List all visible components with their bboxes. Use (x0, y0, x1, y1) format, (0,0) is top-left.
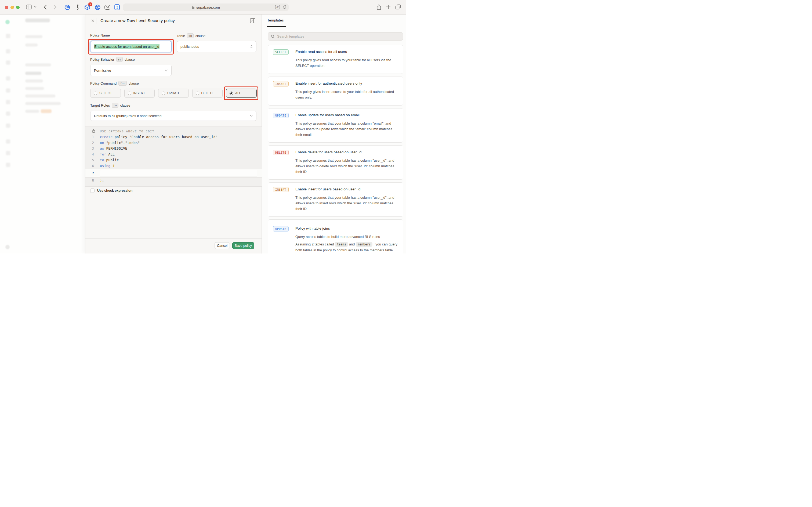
template-title: Enable insert for authenticated users on… (295, 81, 362, 86)
sidebar-toggle-icon[interactable] (26, 5, 32, 9)
tab-templates[interactable]: Templates (267, 18, 284, 22)
close-icon[interactable] (90, 17, 96, 24)
template-description: This policy assumes that your table has … (295, 195, 398, 212)
close-window-button[interactable] (5, 6, 8, 9)
line-number: 3 (85, 146, 94, 150)
editor-lines: 1create policy "Enable access for users … (85, 134, 262, 183)
radio-option-delete[interactable]: DELETE (192, 89, 223, 98)
dimmed-nav-icon (6, 111, 10, 116)
template-description: This policy gives read access to your ta… (295, 57, 398, 68)
address-bar[interactable]: supabase.com A⁄ (123, 3, 289, 11)
template-title: Enable update for users based on email (295, 113, 359, 117)
socket-extension-icon[interactable] (105, 4, 110, 10)
zoom-window-button[interactable] (16, 6, 19, 9)
dimmed-app-background (0, 14, 85, 253)
use-check-expression-checkbox[interactable] (90, 188, 95, 193)
back-button[interactable] (44, 5, 47, 10)
code-line-7[interactable]: 7 (85, 169, 262, 177)
template-card-4[interactable]: DELETEEnable delete for users based on u… (268, 145, 403, 180)
keyhole-extension-icon[interactable] (95, 4, 101, 10)
dimmed-nav-item (25, 72, 41, 75)
cube-extension-icon[interactable]: ♥ (84, 4, 90, 10)
template-card-5[interactable]: INSERTEnable insert for users based on u… (268, 182, 403, 217)
active-line-input[interactable] (100, 170, 257, 176)
lock-icon (192, 5, 195, 9)
dimmed-logo (5, 245, 10, 249)
policy-name-input[interactable]: Enable access for users based on user_id (90, 41, 172, 52)
chevron-down-icon[interactable] (34, 6, 37, 8)
code-text: create policy "Enable access for users b… (100, 135, 218, 139)
radio-label: ALL (235, 91, 241, 95)
radio-option-select[interactable]: SELECT (90, 89, 121, 98)
url-text: supabase.com (196, 5, 220, 9)
radio-option-update[interactable]: UPDATE (158, 89, 189, 98)
dimmed-nav-item (25, 18, 50, 22)
search-icon (271, 35, 275, 39)
target-roles-select[interactable]: Defaults to all (public) roles if none s… (90, 111, 256, 121)
dimmed-nav-icon (6, 60, 10, 65)
figure-extension-icon[interactable] (75, 4, 80, 10)
template-card-1[interactable]: SELECTEnable read access for all usersTh… (268, 45, 403, 74)
translate-icon[interactable]: A⁄ (275, 5, 280, 9)
browser-toolbar: ♥ I supabase.com A⁄ (0, 0, 406, 14)
dimmed-nav-icon (6, 88, 10, 93)
template-card-6[interactable]: UPDATEPolicy with table joinsQuery acros… (268, 219, 403, 253)
share-icon[interactable] (376, 4, 381, 10)
check-expression-row: Use check expression (90, 188, 132, 193)
active-tab-underline (267, 26, 286, 27)
dimmed-nav-icon (6, 76, 10, 80)
line-number: 7 (85, 171, 94, 175)
dimmed-nav-item (25, 44, 38, 47)
command-badge: DELETE (273, 150, 289, 155)
search-templates-input[interactable]: Search templates (268, 32, 403, 41)
command-badge: UPDATE (273, 226, 289, 231)
tab-overview-icon[interactable] (395, 4, 401, 10)
cancel-button[interactable]: Cancel (215, 242, 230, 249)
line-number: 1 (85, 135, 94, 139)
radio-label: INSERT (133, 91, 145, 95)
dimmed-nav-item (25, 63, 51, 66)
code-line-3: 3as PERMISSIVE (85, 146, 262, 152)
expand-panel-icon[interactable] (250, 18, 255, 23)
policy-behavior-label: Policy Behavior as clause (90, 57, 135, 62)
template-card-2[interactable]: INSERTEnable insert for authenticated us… (268, 76, 403, 106)
timer-extension-icon[interactable] (64, 4, 70, 10)
radio-label: DELETE (201, 91, 214, 95)
dimmed-nav-item (41, 109, 52, 113)
dimmed-nav-icon (6, 151, 10, 155)
code-line-6: 6using ( (85, 163, 262, 169)
radio-label: UPDATE (167, 91, 180, 95)
reload-icon[interactable] (283, 5, 287, 9)
new-tab-icon[interactable] (386, 5, 391, 9)
dimmed-nav-item (25, 79, 43, 82)
template-description: This policy assumes that your table has … (295, 158, 398, 175)
sql-editor[interactable]: USE OPTIONS ABOVE TO EDIT 1create policy… (85, 126, 262, 187)
code-line-2: 2on "public"."todos" (85, 140, 262, 146)
templates-panel: Templates Search templates SELECTEnable … (262, 14, 406, 253)
svg-text:A⁄: A⁄ (276, 6, 279, 9)
command-badge: UPDATE (273, 113, 289, 118)
template-card-3[interactable]: UPDATEEnable update for users based on e… (268, 108, 403, 143)
screen: ♥ I supabase.com A⁄ (0, 0, 406, 253)
minimize-window-button[interactable] (10, 6, 14, 9)
selected-input-text: Enable access for users based on user_id (94, 44, 160, 49)
table-select[interactable]: public.todos (177, 41, 256, 52)
behavior-select[interactable]: Permissive (90, 65, 172, 76)
line-number: 2 (85, 141, 94, 145)
line-number: 6 (85, 164, 94, 168)
radio-option-insert[interactable]: INSERT (124, 89, 155, 98)
policy-command-group: SELECTINSERTUPDATEDELETEALL (90, 89, 257, 98)
svg-text:I: I (116, 5, 118, 9)
code-line-5: 5to public (85, 157, 262, 163)
dimmed-nav-item (25, 110, 39, 113)
letter-i-extension-icon[interactable]: I (114, 4, 120, 10)
radio-option-all[interactable]: ALL (226, 89, 257, 98)
dimmed-nav-icon (6, 163, 10, 167)
radio-label: SELECT (99, 91, 112, 95)
save-policy-button[interactable]: Save policy (232, 242, 254, 249)
forward-button[interactable] (53, 5, 56, 10)
radio-circle-icon (162, 92, 165, 95)
code-line-4: 4for ALL (85, 152, 262, 157)
for-clause-chip: for (118, 81, 127, 86)
template-title: Enable delete for users based on user_id (295, 150, 361, 154)
